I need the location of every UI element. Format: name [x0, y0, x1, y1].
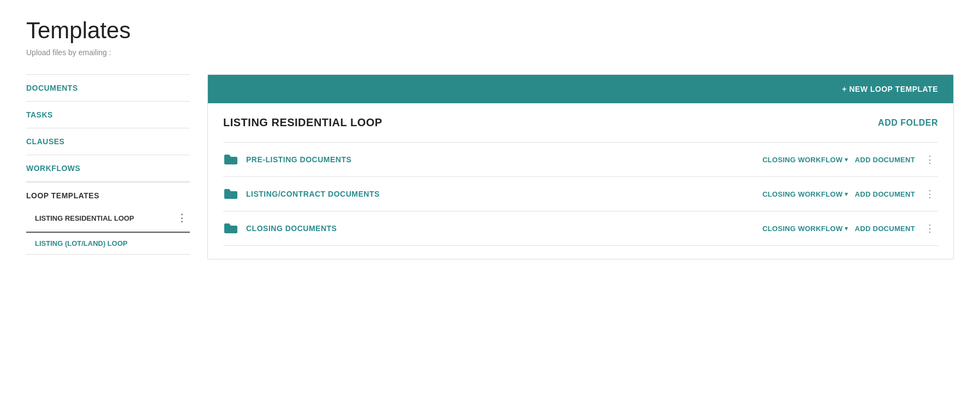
sidebar-loop-listing-lot-land-label: LISTING (LOT/LAND) LOOP	[35, 239, 128, 247]
folder-menu-icon-listing-contract[interactable]: ⋮	[922, 187, 938, 201]
sidebar-loop-listing-residential-label: LISTING RESIDENTIAL LOOP	[35, 214, 134, 222]
workflow-button-closing-docs[interactable]: CLOSING WORKFLOW ▾	[762, 225, 848, 233]
loop-templates-label: LOOP TEMPLATES	[26, 182, 190, 204]
loop-title: LISTING RESIDENTIAL LOOP	[223, 116, 383, 129]
sidebar-item-workflows[interactable]: WORKFLOWS	[26, 155, 190, 182]
listing-residential-menu-icon[interactable]: ⋮	[174, 211, 190, 225]
folder-icon-closing-docs	[223, 222, 238, 234]
chevron-down-icon: ▾	[845, 225, 848, 232]
sidebar-item-tasks[interactable]: TASKS	[26, 101, 190, 128]
folder-actions-pre-listing: CLOSING WORKFLOW ▾ ADD DOCUMENT ⋮	[762, 152, 938, 167]
upload-subtitle: Upload files by emailing :	[26, 48, 954, 57]
folder-name-listing-contract: LISTING/CONTRACT DOCUMENTS	[246, 190, 762, 198]
panel-header: + NEW LOOP TEMPLATE	[208, 75, 953, 103]
page-container: Templates Upload files by emailing : DOC…	[0, 0, 980, 277]
folder-row-closing-docs: CLOSING DOCUMENTS CLOSING WORKFLOW ▾ ADD…	[223, 211, 938, 246]
sidebar-item-documents[interactable]: DOCUMENTS	[26, 74, 190, 101]
folder-actions-closing-docs: CLOSING WORKFLOW ▾ ADD DOCUMENT ⋮	[762, 221, 938, 235]
panel-body: LISTING RESIDENTIAL LOOP ADD FOLDER PRE-…	[208, 103, 953, 259]
folder-icon-pre-listing	[223, 154, 238, 166]
loop-title-row: LISTING RESIDENTIAL LOOP ADD FOLDER	[223, 116, 938, 129]
sidebar: DOCUMENTS TASKS CLAUSES WORKFLOWS LOOP T…	[26, 74, 190, 260]
sidebar-loop-listing-lot-land[interactable]: LISTING (LOT/LAND) LOOP	[26, 233, 190, 255]
folder-name-closing-docs: CLOSING DOCUMENTS	[246, 224, 762, 233]
workflow-button-listing-contract[interactable]: CLOSING WORKFLOW ▾	[762, 190, 848, 198]
add-folder-button[interactable]: ADD FOLDER	[878, 118, 938, 128]
add-document-button-closing-docs[interactable]: ADD DOCUMENT	[855, 225, 915, 233]
main-panel: + NEW LOOP TEMPLATE LISTING RESIDENTIAL …	[207, 74, 954, 260]
folder-icon-listing-contract	[223, 188, 238, 200]
folder-row-listing-contract: LISTING/CONTRACT DOCUMENTS CLOSING WORKF…	[223, 176, 938, 211]
add-document-button-pre-listing[interactable]: ADD DOCUMENT	[855, 156, 915, 164]
page-title: Templates	[26, 17, 954, 44]
workflow-button-pre-listing[interactable]: CLOSING WORKFLOW ▾	[762, 156, 848, 164]
main-content: DOCUMENTS TASKS CLAUSES WORKFLOWS LOOP T…	[26, 74, 954, 260]
folder-actions-listing-contract: CLOSING WORKFLOW ▾ ADD DOCUMENT ⋮	[762, 187, 938, 201]
sidebar-item-clauses[interactable]: CLAUSES	[26, 128, 190, 155]
sidebar-loop-listing-residential[interactable]: LISTING RESIDENTIAL LOOP ⋮	[26, 204, 190, 233]
chevron-down-icon: ▾	[845, 191, 848, 198]
folder-menu-icon-pre-listing[interactable]: ⋮	[922, 152, 938, 167]
new-loop-template-button[interactable]: + NEW LOOP TEMPLATE	[842, 85, 938, 93]
chevron-down-icon: ▾	[845, 156, 848, 163]
folder-name-pre-listing: PRE-LISTING DOCUMENTS	[246, 155, 762, 164]
folder-menu-icon-closing-docs[interactable]: ⋮	[922, 221, 938, 235]
add-document-button-listing-contract[interactable]: ADD DOCUMENT	[855, 190, 915, 198]
folder-row-pre-listing: PRE-LISTING DOCUMENTS CLOSING WORKFLOW ▾…	[223, 142, 938, 176]
